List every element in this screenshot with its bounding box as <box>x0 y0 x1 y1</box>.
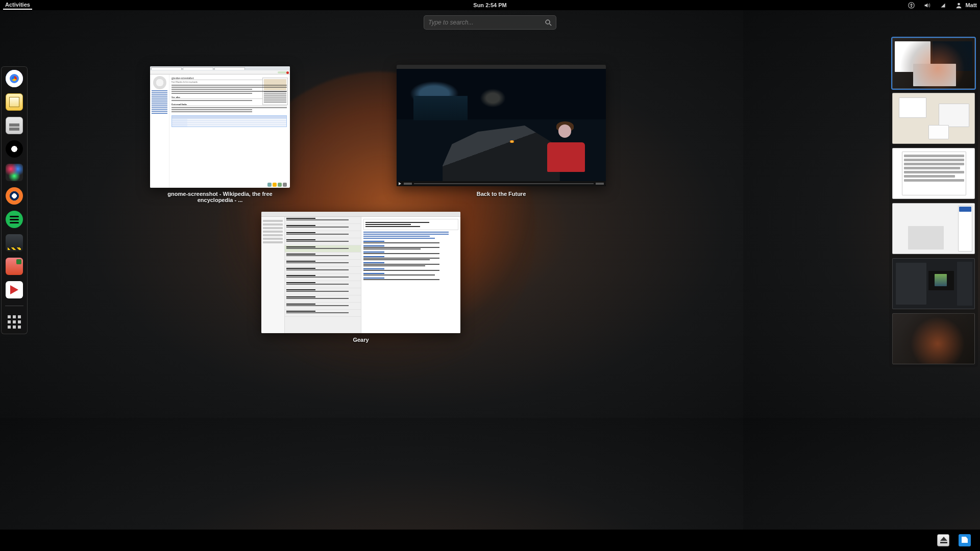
geary-folder-list <box>261 217 285 333</box>
search-icon <box>545 19 552 26</box>
video-frame <box>397 69 606 181</box>
dash-app-nautilus-files[interactable] <box>6 117 23 134</box>
wikipedia-sidebar <box>150 74 169 188</box>
wikipedia-content: gnome-screenshot From Wikipedia, the fre… <box>169 74 290 188</box>
window-title: Back to the Future <box>397 191 606 197</box>
window-thumbnail-geary[interactable] <box>261 212 460 333</box>
window-thumbnail-browser[interactable]: gnome-screenshot From Wikipedia, the fre… <box>150 66 290 188</box>
dash-app-media-player[interactable] <box>6 281 23 298</box>
dash-app-spotify[interactable] <box>6 211 23 228</box>
geary-conversation-viewer <box>361 217 460 333</box>
wikipedia-navbox <box>172 115 287 127</box>
overview-search[interactable] <box>424 15 556 30</box>
browser-tab <box>183 67 213 70</box>
dash <box>1 66 28 334</box>
delorean-icon <box>443 119 560 181</box>
geary-toolbar <box>261 212 460 217</box>
window-title: gnome-screenshot - Wikipedia, the free e… <box>150 191 290 203</box>
video-titlebar <box>397 65 606 69</box>
browser-tabstrip <box>150 66 290 70</box>
top-panel: Activities Sun 2:54 PM Matt <box>0 0 743 10</box>
dash-app-steam[interactable] <box>6 234 23 252</box>
seek-bar <box>414 183 594 184</box>
play-icon <box>399 182 402 185</box>
svg-line-4 <box>550 24 552 26</box>
browser-tab <box>214 67 245 70</box>
dash-app-scrivener[interactable] <box>6 140 23 158</box>
wikipedia-page: gnome-screenshot From Wikipedia, the fre… <box>150 74 290 188</box>
dash-app-google-chrome[interactable] <box>6 70 23 87</box>
dash-app-color-picker[interactable] <box>6 164 23 181</box>
geary-conversation-list <box>285 217 361 333</box>
dash-separator <box>5 306 23 306</box>
svg-point-3 <box>546 20 550 24</box>
video-controls <box>397 181 606 186</box>
show-applications-button[interactable] <box>6 313 23 331</box>
browser-address-bar <box>150 70 290 74</box>
wikipedia-logo-icon <box>153 76 166 89</box>
dash-app-evolution-mail[interactable] <box>6 93 23 111</box>
activities-button[interactable]: Activities <box>3 1 32 10</box>
window-title: Geary <box>261 337 460 343</box>
dash-app-blender[interactable] <box>6 187 23 205</box>
browser-tab <box>151 67 182 70</box>
wikipedia-footer-icons <box>267 183 287 187</box>
character-icon <box>547 118 585 172</box>
clock[interactable]: Sun 2:54 PM <box>473 2 506 8</box>
window-thumbnail-video[interactable] <box>397 65 606 186</box>
dash-app-libreoffice-impress[interactable] <box>6 258 23 275</box>
search-input[interactable] <box>428 19 545 26</box>
